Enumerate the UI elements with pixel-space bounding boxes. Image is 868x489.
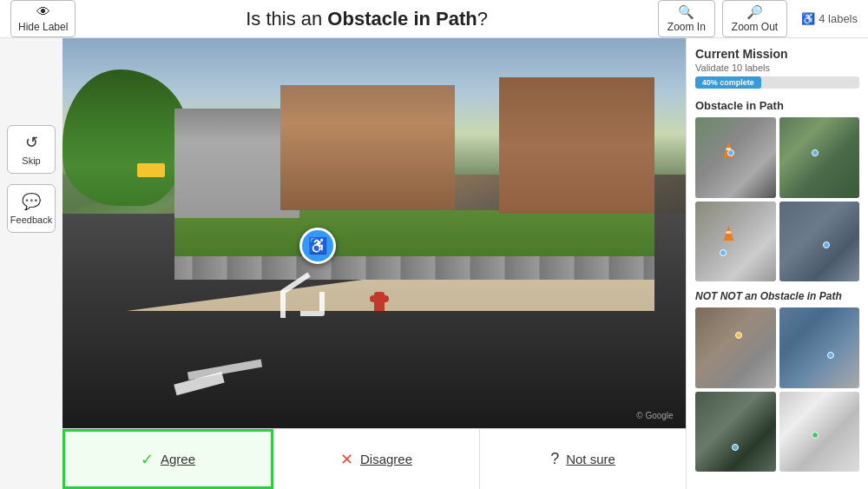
zoom-in-label: Zoom In [667, 21, 706, 33]
zoom-in-icon: 🔍 [678, 4, 694, 20]
top-bar-left: 👁 Hide Label [10, 0, 76, 37]
mission-section: Current Mission Validate 10 labels 40% c… [695, 47, 859, 89]
agree-symbol: ✓ [141, 450, 154, 469]
obstacle-example-4 [779, 202, 860, 282]
progress-bar-container: 40% complete [695, 76, 859, 89]
right-panel: Current Mission Validate 10 labels 40% c… [686, 38, 868, 489]
label-count: ♿ 4 labels [801, 12, 858, 25]
not-obstacle-example-2 [779, 307, 860, 388]
disagree-symbol: ✕ [340, 450, 353, 469]
nav-arrow-svg [274, 266, 344, 335]
google-watermark: © Google [636, 411, 673, 420]
label-count-text: 4 labels [819, 12, 858, 25]
feedback-button[interactable]: 💬 Feedback [7, 184, 56, 233]
obstacle-examples-grid [695, 117, 859, 281]
zoom-out-button[interactable]: 🔍 Zoom Out [722, 0, 787, 37]
not-sure-label: Not sure [566, 452, 615, 466]
not-obstacle-examples-grid [695, 307, 859, 472]
skip-button[interactable]: ↺ Skip [7, 125, 56, 174]
dot-2 [812, 149, 819, 156]
dot-5 [735, 332, 742, 339]
building-center [280, 85, 455, 210]
building-right [499, 77, 655, 214]
school-bus [137, 163, 165, 177]
obstacle-example-2 [779, 117, 860, 198]
question-prefix: Is this an [246, 8, 327, 30]
dot-6 [827, 352, 834, 359]
nav-arrows [274, 266, 344, 342]
disagree-button[interactable]: ✕ Disagree [273, 429, 480, 489]
hide-label-button[interactable]: 👁 Hide Label [10, 0, 76, 37]
question-title: Is this an Obstacle in Path? [76, 8, 657, 30]
dot-4 [823, 241, 830, 248]
street-image: ♿ © Google [62, 38, 686, 428]
feedback-icon: 💬 [22, 192, 41, 211]
agree-label: Agree [161, 452, 195, 466]
zoom-out-label: Zoom Out [732, 21, 778, 33]
obstacle-section-title: Obstacle in Path [695, 99, 859, 112]
skip-icon: ↺ [25, 133, 38, 152]
dot-3 [720, 249, 727, 256]
dot-7 [732, 444, 739, 451]
not-obstacle-section-title: NOT NOT an Obstacle in Path [695, 290, 859, 302]
dot-1 [727, 149, 734, 156]
obstacle-example-3 [695, 202, 776, 282]
eye-icon: 👁 [36, 4, 50, 20]
mission-title: Current Mission [695, 47, 859, 61]
question-bold: Obstacle in Path [327, 8, 477, 30]
main-content: ↺ Skip 💬 Feedback [0, 38, 868, 489]
street-image-container[interactable]: ♿ © Google [62, 38, 686, 428]
disagree-label: Disagree [360, 452, 412, 466]
fire-hydrant [374, 292, 385, 311]
progress-label: 40% complete [702, 78, 754, 87]
tree-left [62, 69, 187, 206]
dot-8 [812, 432, 819, 439]
not-sure-symbol: ? [550, 450, 559, 468]
question-suffix: ? [477, 8, 488, 30]
cone-2 [723, 225, 733, 241]
feedback-label: Feedback [10, 215, 52, 225]
mission-subtitle: Validate 10 labels [695, 63, 859, 73]
progress-bar-fill: 40% complete [695, 76, 761, 89]
not-sure-button[interactable]: ? Not sure [480, 429, 686, 489]
not-suffix: NOT an Obstacle in Path [720, 290, 842, 302]
top-bar-right: 🔍 Zoom In 🔍 Zoom Out ♿ 4 labels [658, 0, 858, 37]
zoom-in-button[interactable]: 🔍 Zoom In [658, 0, 715, 37]
wheelchair-marker: ♿ [299, 228, 336, 264]
top-bar: 👁 Hide Label Is this an Obstacle in Path… [0, 0, 868, 38]
zoom-out-icon: 🔍 [746, 4, 763, 20]
not-italic: NOT [695, 290, 717, 302]
center-area: ♿ © Google ✓ Agree ✕ Di [62, 38, 686, 489]
wheelchair-icon: ♿ [801, 12, 815, 25]
skip-label: Skip [22, 155, 40, 166]
stone-wall [174, 256, 654, 280]
not-obstacle-example-4 [779, 392, 860, 472]
answer-buttons: ✓ Agree ✕ Disagree ? Not sure [62, 428, 686, 489]
agree-button[interactable]: ✓ Agree [62, 429, 273, 489]
obstacle-example-1 [695, 117, 776, 198]
not-obstacle-example-1 [695, 307, 776, 388]
hide-label-text: Hide Label [18, 21, 68, 33]
left-sidebar: ↺ Skip 💬 Feedback [0, 38, 62, 489]
wheelchair-marker-icon: ♿ [308, 236, 327, 255]
not-obstacle-example-3 [695, 392, 776, 472]
